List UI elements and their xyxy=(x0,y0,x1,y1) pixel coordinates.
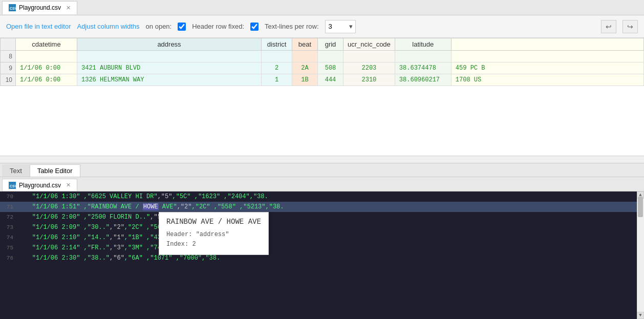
scroll-down-button[interactable]: ▼ xyxy=(637,312,644,319)
upper-text-tab[interactable]: Text xyxy=(2,164,30,177)
cell-r9-beat[interactable]: 2A xyxy=(292,62,318,74)
row-num-10: 10 xyxy=(1,74,16,86)
cell-r9-extra[interactable]: 459 PC B xyxy=(451,62,643,74)
line-suffix-71: ,"2" xyxy=(177,203,192,210)
upper-table-editor-tab[interactable]: Table Editor xyxy=(30,164,80,177)
cell-r9-cdatetime[interactable]: 1/1/06 0:00 xyxy=(16,62,77,74)
cell-r8-grid[interactable] xyxy=(318,51,344,62)
horizontal-scrollbar[interactable] xyxy=(0,156,644,163)
main-layout: CSV Playground.csv ✕ Open file in text e… xyxy=(0,0,644,319)
scroll-thumb[interactable] xyxy=(638,197,643,217)
line-content-73: "1/1/06 2:09" ,"30.." xyxy=(17,224,110,231)
line-content-74: "1/1/06 2:10" ,"14.." xyxy=(17,234,110,241)
redo-button[interactable]: ↪ xyxy=(622,20,638,33)
text-lines-select-wrapper: 3 1 2 4 5 xyxy=(325,20,356,33)
cell-r10-ucr[interactable]: 2310 xyxy=(344,74,395,86)
text-line-70: 70 "1/1/06 1:30" ,"6625 VALLEY HI DR" ,"… xyxy=(0,192,644,202)
line-more-71: ,"2C" ,"558" ,"5213" xyxy=(191,203,265,210)
col-header-extra[interactable] xyxy=(451,38,643,51)
cell-r8-cdatetime[interactable] xyxy=(16,51,77,62)
text-line-72: 72 "1/1/06 2:00" ,"2500 FLORIN D.." ,"5"… xyxy=(0,212,644,222)
row-num-9: 9 xyxy=(1,62,16,74)
on-open-checkbox-group xyxy=(178,23,186,31)
table-row: 10 1/1/06 0:00 1326 HELMSMAN WAY 1 1B 44… xyxy=(1,74,644,86)
tab-filename: Playground.csv xyxy=(19,4,61,11)
line-num-74: 74 xyxy=(2,235,17,241)
cell-r9-district[interactable]: 2 xyxy=(262,62,292,74)
line-end-71: ,"38. xyxy=(266,203,284,210)
row-num-8: 8 xyxy=(1,51,16,62)
cell-r9-latitude[interactable]: 38.6374478 xyxy=(395,62,451,74)
line-num-76: 76 xyxy=(2,255,17,261)
vertical-scrollbar[interactable]: ▲ ▼ xyxy=(637,192,644,319)
cell-tooltip: RAINBOW AVE / HOWE AVE Header: "address"… xyxy=(159,212,269,255)
cell-r9-ucr[interactable]: 2203 xyxy=(344,62,395,74)
cell-r8-extra[interactable] xyxy=(451,51,643,62)
line-num-71: 71 xyxy=(2,204,17,210)
tooltip-meta: Header: "address" Index: 2 xyxy=(166,230,261,249)
col-header-beat[interactable]: beat xyxy=(292,38,318,51)
lower-file-tab[interactable]: CSV Playground.csv ✕ xyxy=(2,179,77,191)
adjust-column-widths-link[interactable]: Adjust column widths xyxy=(77,23,139,30)
cell-r8-latitude[interactable] xyxy=(395,51,451,62)
text-line-74: 74 "1/1/06 2:10" ,"14.." ,"1" ,"1B" ,"43… xyxy=(0,232,644,243)
cell-r9-grid[interactable]: 508 xyxy=(318,62,344,74)
lower-tab-content: 70 "1/1/06 1:30" ,"6625 VALLEY HI DR" ,"… xyxy=(0,192,644,319)
lower-panel: CSV Playground.csv ✕ 70 "1/1/06 1:30" ,"… xyxy=(0,177,644,319)
svg-text:CSV: CSV xyxy=(10,184,16,188)
text-lines-select[interactable]: 3 1 2 4 5 xyxy=(325,20,356,33)
tooltip-header-value: "address" xyxy=(196,231,229,238)
cell-r8-ucr[interactable] xyxy=(344,51,395,62)
col-header-cdatetime[interactable]: cdatetime xyxy=(16,38,77,51)
csv-icon: CSV xyxy=(9,4,16,11)
col-header-ucr[interactable]: ucr_ncic_code xyxy=(344,38,395,51)
cell-r10-latitude[interactable]: 38.60960217 xyxy=(395,74,451,86)
line-more-70: ,"5C" ,"1623" ,"2404" xyxy=(172,193,249,200)
cell-r10-beat[interactable]: 1B xyxy=(292,74,318,86)
cell-r10-cdatetime[interactable]: 1/1/06 0:00 xyxy=(16,74,77,86)
on-open-label: on open: xyxy=(146,23,172,30)
table-container[interactable]: cdatetime address district beat grid ucr… xyxy=(0,38,644,156)
top-file-tab[interactable]: CSV Playground.csv ✕ xyxy=(2,1,77,14)
line-content-76: "1/1/06 2:30" ,"38.." xyxy=(17,254,110,262)
on-open-checkbox[interactable] xyxy=(178,23,186,31)
text-editor[interactable]: 70 "1/1/06 1:30" ,"6625 VALLEY HI DR" ,"… xyxy=(0,192,644,319)
line-content-71: "1/1/06 1:51" ,"RAINBOW AVE / HOWE AVE" xyxy=(17,203,177,210)
open-in-text-editor-link[interactable]: Open file in text editor xyxy=(6,23,71,30)
text-line-75: 75 "1/1/06 2:14" ,"FR.." ,"3" ,"3M" ,"74… xyxy=(0,243,644,253)
lower-file-tab-bar: CSV Playground.csv ✕ xyxy=(0,177,644,192)
lower-tab-close-button[interactable]: ✕ xyxy=(66,182,71,188)
col-header-district[interactable]: district xyxy=(262,38,292,51)
line-content-70: "1/1/06 1:30" ,"6625 VALLEY HI DR" xyxy=(17,193,158,200)
data-table: cdatetime address district beat grid ucr… xyxy=(0,38,644,86)
table-row: 9 1/1/06 0:00 3421 AUBURN BLVD 2 2A 508 … xyxy=(1,62,644,74)
tab-close-button[interactable]: ✕ xyxy=(66,5,71,11)
line-suffix-73: ,"2" xyxy=(110,224,124,231)
cell-r10-district[interactable]: 1 xyxy=(262,74,292,86)
header-fixed-checkbox[interactable] xyxy=(250,23,259,31)
tooltip-index-label: Index: xyxy=(166,241,188,248)
line-num-72: 72 xyxy=(2,214,17,220)
cell-r10-grid[interactable]: 444 xyxy=(318,74,344,86)
col-header-grid[interactable]: grid xyxy=(318,38,344,51)
text-line-71: 71 "1/1/06 1:51" ,"RAINBOW AVE / HOWE AV… xyxy=(0,202,644,212)
text-line-73: 73 "1/1/06 2:09" ,"30.." ,"2" ,"2C" ,"56… xyxy=(0,222,644,232)
cell-r10-address[interactable]: 1326 HELMSMAN WAY xyxy=(77,74,262,86)
cell-r9-address[interactable]: 3421 AUBURN BLVD xyxy=(77,62,262,74)
undo-button[interactable]: ↩ xyxy=(601,20,616,33)
cell-r10-extra[interactable]: 1708 US xyxy=(451,74,643,86)
line-more-76: ,"6A" ,"1071" ,"7000" xyxy=(124,254,202,262)
table-panel: cdatetime address district beat grid ucr… xyxy=(0,38,644,163)
lower-tab-filename: Playground.csv xyxy=(19,182,61,189)
col-header-latitude[interactable]: latitude xyxy=(395,38,451,51)
cell-r8-district[interactable] xyxy=(262,51,292,62)
text-lines-label: Text-lines per row: xyxy=(265,23,318,30)
header-fixed-checkbox-group xyxy=(250,23,259,31)
table-row: 8 xyxy=(1,51,644,62)
cell-r8-beat[interactable] xyxy=(292,51,318,62)
cell-r8-address[interactable] xyxy=(77,51,262,62)
col-header-address[interactable]: address xyxy=(77,38,262,51)
upper-panel: CSV Playground.csv ✕ Open file in text e… xyxy=(0,0,644,177)
line-num-70: 70 xyxy=(2,194,17,200)
text-line-76: 76 "1/1/06 2:30" ,"38.." ,"6" ,"6A" ,"10… xyxy=(0,253,644,263)
